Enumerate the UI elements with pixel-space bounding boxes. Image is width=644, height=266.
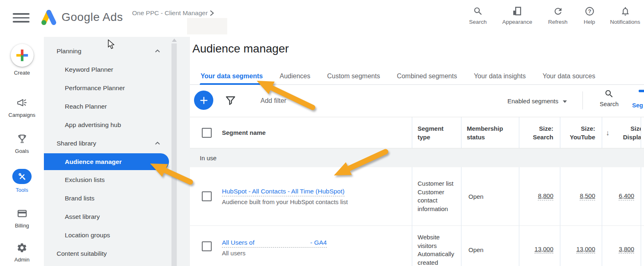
chevron-up-icon[interactable] xyxy=(154,140,161,147)
sidenav-item-content-suitability[interactable]: Content suitability xyxy=(57,248,107,260)
search-icon xyxy=(596,89,622,99)
toolbar-divider xyxy=(582,91,583,109)
segment-type-cell: Customer list Customer contact informati… xyxy=(418,180,457,213)
redacted-area xyxy=(187,18,227,34)
sidenav-item-audience-manager[interactable]: Audience manager xyxy=(44,153,169,170)
size-search-value[interactable]: 8,800 xyxy=(538,192,553,200)
membership-status-cell: Open xyxy=(461,226,519,266)
plus-icon xyxy=(199,95,209,106)
group-row-in-use: In use xyxy=(190,148,644,167)
segments-toolbar: Add filter Enabled segments Search Seg xyxy=(190,85,644,117)
sidenav-item-brand-lists[interactable]: Brand lists xyxy=(65,192,94,205)
bell-icon xyxy=(606,4,644,16)
topbar-notifications-button[interactable]: Notifications xyxy=(606,4,644,25)
add-filter-button[interactable]: Add filter xyxy=(260,97,286,105)
row-checkbox[interactable] xyxy=(202,241,212,251)
sort-descending-icon: ↓ xyxy=(606,129,610,137)
top-app-bar: Google Ads One PPC - Client Manager Sear… xyxy=(0,0,644,37)
appearance-icon xyxy=(498,4,536,16)
plus-icon xyxy=(15,48,29,62)
card-icon xyxy=(0,207,44,220)
rail-item-goals[interactable]: Goals xyxy=(0,133,44,154)
table-header-row: Segment name Segment type Membership sta… xyxy=(190,117,644,148)
search-icon xyxy=(459,4,497,16)
sidenav-scrollbar[interactable] xyxy=(171,43,177,266)
segment-description: All users xyxy=(222,250,327,257)
size-display-value[interactable]: 6,400 xyxy=(619,192,634,200)
tools-icon xyxy=(18,172,27,181)
filter-icon[interactable] xyxy=(224,94,237,107)
page-title: Audience manager xyxy=(192,42,289,55)
topbar-search-button[interactable]: Search xyxy=(459,4,497,25)
segment-link-hubspot[interactable]: HubSpot - All Contacts - All Time (HubSp… xyxy=(222,188,345,196)
size-search-value[interactable]: 13,000 xyxy=(534,246,553,254)
sidenav-item-performance-planner[interactable]: Performance Planner xyxy=(65,82,125,94)
breadcrumb-chevron-icon xyxy=(208,9,215,17)
segment-view-dropdown[interactable]: Enabled segments xyxy=(507,98,567,105)
topbar-help-button[interactable]: ? Help xyxy=(571,4,608,25)
sidenav-item-asset-library[interactable]: Asset library xyxy=(65,211,100,223)
chevron-up-icon[interactable] xyxy=(154,48,161,55)
tab-audiences[interactable]: Audiences xyxy=(280,69,311,85)
rail-item-billing[interactable]: Billing xyxy=(0,207,44,229)
breadcrumb[interactable]: One PPC - Client Manager xyxy=(132,9,208,17)
rail-item-tools[interactable]: Tools xyxy=(0,169,44,193)
trophy-icon xyxy=(0,133,44,145)
rail-item-campaigns[interactable]: Campaigns xyxy=(0,97,44,118)
sidenav-item-reach-planner[interactable]: Reach Planner xyxy=(65,100,107,113)
tools-selected-pill[interactable] xyxy=(12,169,32,184)
rail-item-create[interactable]: Create xyxy=(0,44,44,76)
segment-type-cell: Website visitors Automatically created xyxy=(418,233,457,266)
table-row: HubSpot - All Contacts - All Time (HubSp… xyxy=(190,167,644,226)
tab-your-data-insights[interactable]: Your data insights xyxy=(474,69,526,85)
scrollbar-up-arrow[interactable] xyxy=(172,39,177,42)
tab-your-data-sources[interactable]: Your data sources xyxy=(543,69,595,85)
megaphone-icon xyxy=(0,97,44,109)
segments-button-label[interactable]: Seg xyxy=(632,102,643,109)
add-segment-button[interactable] xyxy=(194,91,213,110)
segment-link-ga4[interactable]: All Users of- GA4 xyxy=(222,239,327,248)
tab-bar: Your data segments Audiences Custom segm… xyxy=(190,69,644,85)
dropdown-arrow-icon xyxy=(563,100,567,103)
gear-icon xyxy=(0,241,44,254)
table-search-button[interactable]: Search xyxy=(596,89,622,107)
col-size-youtube[interactable]: Size: YouTube xyxy=(570,124,595,141)
col-membership-status[interactable]: Membership status xyxy=(467,124,515,141)
create-button[interactable] xyxy=(11,44,34,67)
google-ads-window: Google Ads One PPC - Client Manager Sear… xyxy=(0,0,644,266)
topbar-appearance-button[interactable]: Appearance xyxy=(498,4,536,25)
col-segment-type[interactable]: Segment type xyxy=(418,124,457,141)
size-display-value[interactable]: 3,800 xyxy=(619,246,634,254)
col-size-display[interactable]: Size: Display xyxy=(613,124,641,141)
main-menu-icon[interactable] xyxy=(13,13,30,23)
tools-subnav-panel: Planning Keyword Planner Performance Pla… xyxy=(44,37,190,266)
col-size-search[interactable]: Size: Search xyxy=(529,124,553,141)
main-content: Audience manager Your data segments Audi… xyxy=(190,37,644,266)
google-ads-logo-icon[interactable] xyxy=(39,7,58,27)
product-wordmark: Google Ads xyxy=(62,11,123,24)
membership-status-cell: Open xyxy=(461,167,519,225)
select-all-checkbox[interactable] xyxy=(202,128,212,138)
sidenav-item-keyword-planner[interactable]: Keyword Planner xyxy=(65,64,113,76)
tab-combined-segments[interactable]: Combined segments xyxy=(397,69,457,85)
svg-text:?: ? xyxy=(588,8,591,14)
tab-your-data-segments[interactable]: Your data segments xyxy=(201,69,263,85)
rail-item-admin[interactable]: Admin xyxy=(0,241,44,263)
segments-button-icon xyxy=(639,90,644,92)
sidenav-item-shared-library[interactable]: Shared library xyxy=(57,137,96,150)
segment-description: Audience built from your HubSpot contact… xyxy=(222,198,348,205)
sidenav-item-planning[interactable]: Planning xyxy=(57,45,81,57)
help-icon: ? xyxy=(571,4,608,16)
table-row: All Users of- GA4 All users Website visi… xyxy=(190,226,644,266)
sidenav-item-exclusion-lists[interactable]: Exclusion lists xyxy=(65,174,105,186)
size-youtube-value[interactable]: 13,000 xyxy=(576,246,595,254)
size-youtube-value[interactable]: 8,500 xyxy=(580,192,595,200)
sidenav-item-location-groups[interactable]: Location groups xyxy=(65,229,110,241)
left-nav-rail: Create Campaigns Goals xyxy=(0,37,44,266)
sidenav-item-app-advertising-hub[interactable]: App advertising hub xyxy=(65,119,121,131)
tab-custom-segments[interactable]: Custom segments xyxy=(327,69,380,85)
col-segment-name[interactable]: Segment name xyxy=(222,128,266,137)
row-checkbox[interactable] xyxy=(202,191,212,201)
